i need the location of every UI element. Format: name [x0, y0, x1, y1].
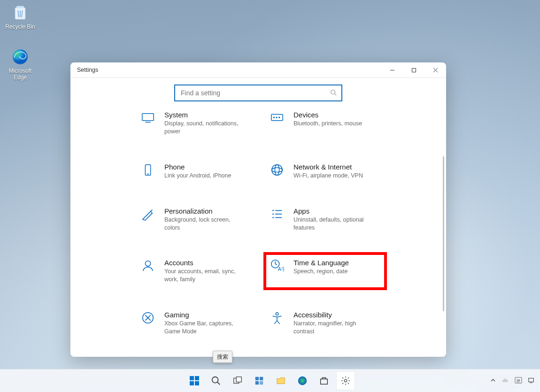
devices-icon: [270, 111, 284, 125]
phone-icon: [141, 163, 155, 177]
category-apps[interactable]: AppsUninstall, defaults, optional featur…: [270, 207, 380, 232]
svg-rect-36: [195, 381, 199, 385]
widgets-button[interactable]: [250, 371, 269, 390]
search-icon: [330, 89, 337, 97]
svg-point-17: [275, 165, 279, 176]
category-subtitle: Narrator, magnifier, high contrast: [293, 320, 373, 336]
system-icon: [141, 111, 155, 125]
svg-point-15: [272, 165, 283, 176]
category-title: System: [164, 111, 244, 119]
accessibility-icon: [270, 311, 284, 325]
edge-taskbar-button[interactable]: [293, 371, 312, 390]
scrollbar-thumb[interactable]: [443, 156, 444, 311]
close-button[interactable]: [424, 62, 446, 77]
category-devices[interactable]: DevicesBluetooth, printers, mouse: [270, 111, 380, 136]
category-phone[interactable]: PhoneLink your Android, iPhone: [141, 163, 251, 180]
svg-point-16: [272, 168, 283, 172]
svg-point-28: [276, 313, 278, 315]
svg-rect-40: [236, 377, 241, 382]
taskbar-center: [185, 371, 355, 390]
category-subtitle: Bluetooth, printers, mouse: [293, 120, 362, 128]
file-explorer-button[interactable]: [271, 371, 290, 390]
svg-text:拼: 拼: [517, 378, 520, 383]
category-subtitle: Your accounts, email, sync, work, family: [164, 268, 244, 284]
svg-point-45: [298, 377, 307, 385]
task-view-button[interactable]: [228, 371, 247, 390]
svg-point-5: [331, 90, 335, 94]
tray-chevron-icon[interactable]: [490, 377, 496, 384]
category-subtitle: Display, sound, notifications, power: [164, 120, 244, 136]
taskbar-tooltip: 搜索: [213, 351, 232, 363]
category-title: Accessibility: [293, 311, 373, 319]
svg-rect-1: [16, 6, 24, 8]
svg-rect-34: [195, 376, 199, 380]
category-title: Devices: [293, 111, 362, 119]
category-subtitle: Link your Android, iPhone: [164, 172, 231, 180]
svg-point-37: [212, 377, 218, 383]
search-row: [70, 78, 446, 111]
start-button[interactable]: [185, 371, 204, 390]
svg-rect-4: [412, 68, 416, 72]
category-subtitle: Uninstall, defaults, optional features: [293, 216, 373, 232]
svg-line-6: [335, 93, 337, 95]
svg-rect-35: [190, 381, 194, 385]
personalization-icon: [141, 207, 155, 221]
onedrive-icon[interactable]: [501, 377, 509, 384]
svg-rect-33: [190, 376, 194, 380]
category-title: Time & Language: [293, 259, 349, 267]
svg-point-12: [279, 117, 280, 118]
network-tray-icon[interactable]: [528, 377, 534, 385]
search-box[interactable]: [174, 85, 342, 101]
svg-point-24: [145, 261, 150, 266]
categories-grid: SystemDisplay, sound, notifications, pow…: [70, 111, 446, 357]
category-network[interactable]: Network & InternetWi-Fi, airplane mode, …: [270, 163, 380, 180]
taskbar-search-button[interactable]: [207, 371, 225, 390]
system-tray[interactable]: 拼: [490, 377, 534, 385]
svg-line-38: [217, 382, 220, 385]
maximize-button[interactable]: [403, 62, 424, 77]
time-language-icon: A字: [270, 259, 284, 273]
category-title: Gaming: [164, 311, 244, 319]
svg-rect-42: [260, 377, 263, 380]
category-system[interactable]: SystemDisplay, sound, notifications, pow…: [141, 111, 251, 136]
gaming-icon: [141, 311, 155, 325]
recycle-bin-icon: [11, 4, 29, 22]
edge-icon: [11, 48, 29, 66]
desktop-icon-recycle-bin[interactable]: Recycle Bin: [3, 4, 38, 30]
desktop-icon-label: Microsoft Edge: [3, 68, 38, 81]
category-time-language[interactable]: A字 Time & LanguageSpeech, region, date: [270, 259, 380, 284]
category-title: Personalization: [164, 207, 244, 215]
settings-taskbar-button[interactable]: [336, 371, 355, 390]
category-gaming[interactable]: GamingXbox Game Bar, captures, Game Mode: [141, 311, 251, 336]
category-subtitle: Background, lock screen, colors: [164, 216, 244, 232]
category-subtitle: Speech, region, date: [293, 268, 349, 276]
svg-point-11: [276, 117, 277, 118]
desktop-icon-edge[interactable]: Microsoft Edge: [3, 48, 38, 81]
category-title: Apps: [293, 207, 373, 215]
category-title: Network & Internet: [293, 163, 363, 171]
svg-point-47: [344, 379, 347, 382]
taskbar: 拼: [0, 369, 540, 392]
svg-rect-7: [142, 114, 154, 121]
ime-icon[interactable]: 拼: [515, 377, 522, 385]
category-accounts[interactable]: AccountsYour accounts, email, sync, work…: [141, 259, 251, 284]
search-input[interactable]: [180, 89, 330, 97]
svg-text:A字: A字: [278, 267, 284, 272]
svg-rect-41: [255, 377, 259, 380]
svg-point-10: [274, 117, 275, 118]
settings-window: Settings SystemDisplay, sound, notificat…: [70, 62, 446, 357]
accounts-icon: [141, 259, 155, 273]
category-title: Accounts: [164, 259, 244, 267]
category-personalization[interactable]: PersonalizationBackground, lock screen, …: [141, 207, 251, 232]
desktop-icon-label: Recycle Bin: [3, 23, 38, 30]
network-icon: [270, 163, 284, 177]
category-subtitle: Wi-Fi, airplane mode, VPN: [293, 172, 363, 180]
minimize-button[interactable]: [381, 62, 403, 77]
category-accessibility[interactable]: AccessibilityNarrator, magnifier, high c…: [270, 311, 380, 336]
svg-rect-44: [260, 381, 263, 384]
category-title: Phone: [164, 163, 231, 171]
apps-icon: [270, 207, 284, 221]
window-title: Settings: [77, 67, 98, 73]
svg-rect-43: [255, 381, 259, 384]
store-button[interactable]: [315, 371, 333, 390]
